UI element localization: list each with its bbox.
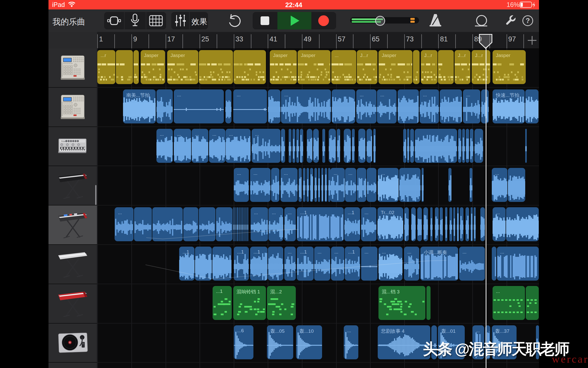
svg-text:?: ? [526, 17, 530, 25]
svg-text:Roland: Roland [61, 140, 67, 142]
